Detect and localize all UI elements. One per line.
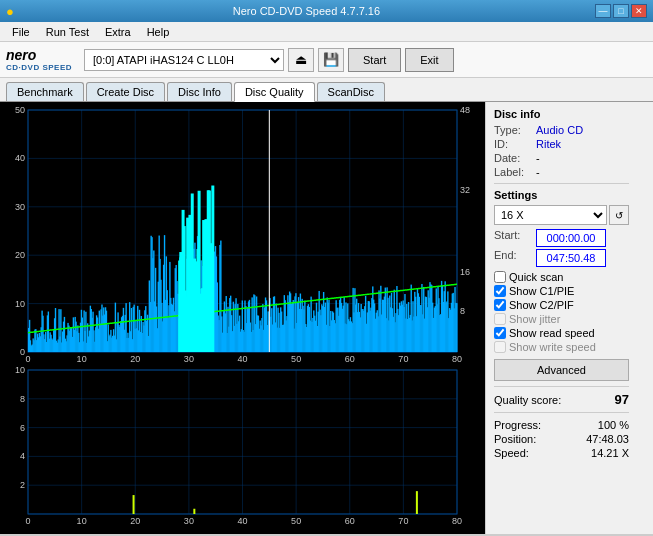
minimize-button[interactable]: — [595,4,611,18]
speed-selector[interactable]: 16 X Maximum 2 X 4 X 8 X 32 X 40 X 48 X [494,205,607,225]
show-write-speed-label: Show write speed [509,341,596,353]
end-time-input[interactable] [536,249,606,267]
menu-extra[interactable]: Extra [97,24,139,40]
progress-section: Progress: 100 % Position: 47:48.03 Speed… [494,419,629,459]
id-label: ID: [494,138,536,150]
quality-score-value: 97 [615,392,629,407]
main-content: Disc info Type: Audio CD ID: Ritek Date:… [0,102,653,534]
maximize-button[interactable]: □ [613,4,629,18]
menu-bar: File Run Test Extra Help [0,22,653,42]
quick-scan-row: Quick scan [494,271,629,283]
menu-file[interactable]: File [4,24,38,40]
show-c2pif-label: Show C2/PIF [509,299,574,311]
type-label: Type: [494,124,536,136]
label-value: - [536,166,540,178]
nero-logo: nero CD·DVD SPEED [6,47,72,72]
menu-help[interactable]: Help [139,24,178,40]
tab-scandisc[interactable]: ScanDisc [317,82,385,101]
tab-disc-quality[interactable]: Disc Quality [234,82,315,102]
progress-label: Progress: [494,419,541,431]
speed-value: 14.21 X [591,447,629,459]
refresh-button[interactable]: ↺ [609,205,629,225]
quick-scan-label: Quick scan [509,271,563,283]
id-value: Ritek [536,138,561,150]
show-write-speed-checkbox[interactable] [494,341,506,353]
main-chart [0,102,485,534]
toolbar: nero CD·DVD SPEED [0:0] ATAPI iHAS124 C … [0,42,653,78]
tab-disc-info[interactable]: Disc Info [167,82,232,101]
type-value: Audio CD [536,124,583,136]
save-button[interactable]: 💾 [318,48,344,72]
show-jitter-label: Show jitter [509,313,560,325]
show-c1pie-label: Show C1/PIE [509,285,574,297]
menu-run-test[interactable]: Run Test [38,24,97,40]
show-write-speed-row: Show write speed [494,341,629,353]
app-icon: ● [6,4,14,19]
drive-selector[interactable]: [0:0] ATAPI iHAS124 C LL0H [84,49,284,71]
quality-score-label: Quality score: [494,394,561,406]
label-label: Label: [494,166,536,178]
show-jitter-checkbox[interactable] [494,313,506,325]
show-c2pif-checkbox[interactable] [494,299,506,311]
show-c1pie-checkbox[interactable] [494,285,506,297]
quality-score-row: Quality score: 97 [494,392,629,407]
title-bar: ● Nero CD-DVD Speed 4.7.7.16 — □ ✕ [0,0,653,22]
quick-scan-checkbox[interactable] [494,271,506,283]
show-read-speed-label: Show read speed [509,327,595,339]
settings-title: Settings [494,189,629,201]
exit-button[interactable]: Exit [405,48,453,72]
start-time-label: Start: [494,229,536,247]
show-c1pie-row: Show C1/PIE [494,285,629,297]
disc-info-title: Disc info [494,108,629,120]
start-time-input[interactable] [536,229,606,247]
eject-button[interactable]: ⏏ [288,48,314,72]
start-button[interactable]: Start [348,48,401,72]
tab-bar: Benchmark Create Disc Disc Info Disc Qua… [0,78,653,102]
date-value: - [536,152,540,164]
speed-label: Speed: [494,447,529,459]
show-jitter-row: Show jitter [494,313,629,325]
advanced-button[interactable]: Advanced [494,359,629,381]
show-read-speed-row: Show read speed [494,327,629,339]
position-value: 47:48.03 [586,433,629,445]
close-button[interactable]: ✕ [631,4,647,18]
tab-create-disc[interactable]: Create Disc [86,82,165,101]
show-read-speed-checkbox[interactable] [494,327,506,339]
end-time-label: End: [494,249,536,267]
nero-logo-text: nero [6,47,72,63]
window-title: Nero CD-DVD Speed 4.7.7.16 [18,5,595,17]
nero-logo-subtext: CD·DVD SPEED [6,63,72,72]
charts-area [0,102,485,534]
tab-benchmark[interactable]: Benchmark [6,82,84,101]
show-c2pif-row: Show C2/PIF [494,299,629,311]
date-label: Date: [494,152,536,164]
progress-value: 100 % [598,419,629,431]
right-panel: Disc info Type: Audio CD ID: Ritek Date:… [485,102,637,534]
position-label: Position: [494,433,536,445]
